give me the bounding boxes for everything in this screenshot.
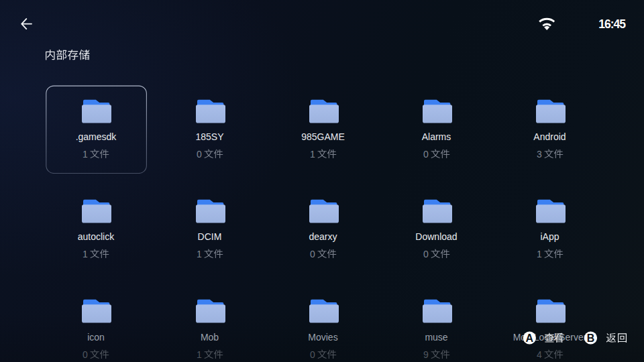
svg-text:0: 0 xyxy=(83,349,88,360)
svg-text:A: A xyxy=(526,333,534,344)
svg-text:9: 9 xyxy=(423,349,429,360)
svg-text:0: 0 xyxy=(310,249,315,259)
svg-text:1: 1 xyxy=(537,249,542,259)
svg-text:0: 0 xyxy=(423,249,429,259)
svg-text:B: B xyxy=(587,333,595,344)
svg-text:3: 3 xyxy=(537,149,542,160)
svg-text:0: 0 xyxy=(197,149,202,160)
svg-text:1: 1 xyxy=(83,149,88,160)
svg-text:1: 1 xyxy=(197,249,202,259)
svg-text:1: 1 xyxy=(83,249,88,259)
svg-text:1: 1 xyxy=(310,149,315,160)
svg-text:0: 0 xyxy=(310,349,315,360)
svg-text:1: 1 xyxy=(197,349,202,360)
svg-text:0: 0 xyxy=(423,149,429,160)
